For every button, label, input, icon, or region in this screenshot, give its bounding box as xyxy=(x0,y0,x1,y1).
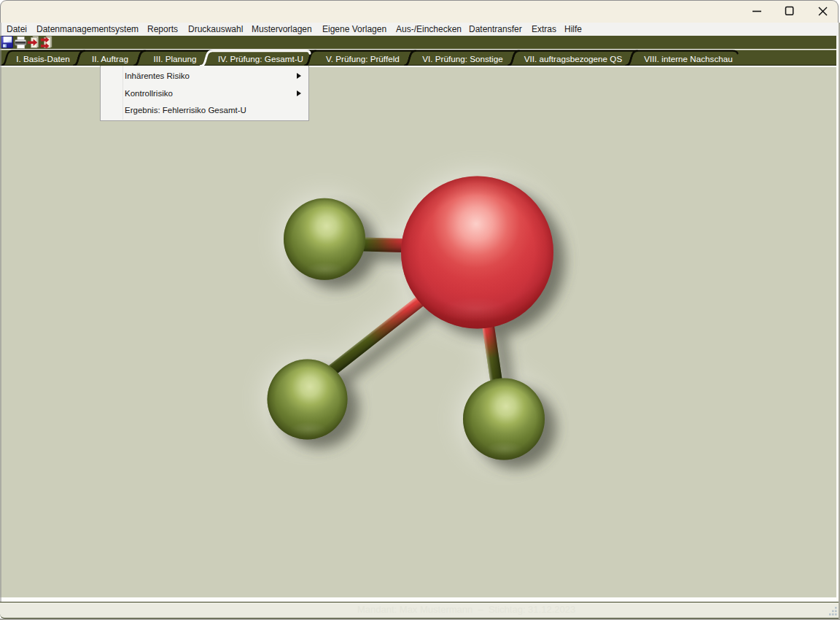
svg-text:IV. Prüfung: Gesamt-U: IV. Prüfung: Gesamt-U xyxy=(218,54,303,63)
svg-text:VI. Prüfung: Sonstige: VI. Prüfung: Sonstige xyxy=(422,54,502,63)
svg-text:II. Auftrag: II. Auftrag xyxy=(92,54,128,63)
svg-text:I. Basis-Daten: I. Basis-Daten xyxy=(16,54,69,63)
svg-text:V. Prüfung: Prüffeld: V. Prüfung: Prüffeld xyxy=(326,54,400,63)
svg-text:VIII. interne Nachschau: VIII. interne Nachschau xyxy=(644,54,733,63)
svg-text:III. Planung: III. Planung xyxy=(153,54,196,63)
svg-text:VII. auftragsbezogene QS: VII. auftragsbezogene QS xyxy=(524,54,623,63)
